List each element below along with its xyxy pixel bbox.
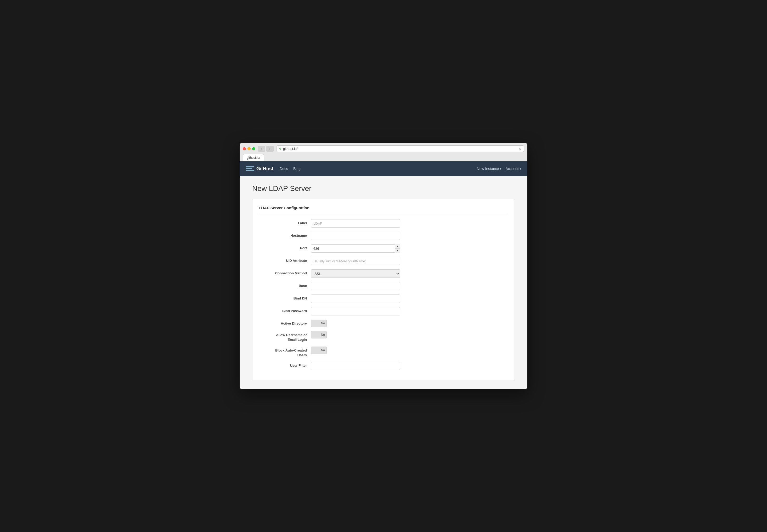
connection-method-field-group: Connection Method SSL TLS Plain	[259, 269, 508, 278]
back-button[interactable]: ‹	[258, 146, 265, 152]
new-instance-label: New Instance	[477, 167, 499, 171]
port-field-group: Port ▲ ▼	[259, 244, 508, 253]
block-auto-created-users-toggle[interactable]: No	[311, 347, 327, 354]
base-field-group: Base	[259, 282, 508, 290]
bind-password-field-label: Bind Password	[259, 307, 311, 313]
forward-button[interactable]: ›	[266, 146, 274, 152]
label-field-label: Label	[259, 219, 311, 225]
bind-dn-field-group: Bind DN	[259, 295, 508, 303]
form-card-title: LDAP Server Configuration	[259, 206, 508, 214]
active-tab[interactable]: githost.io/	[243, 154, 264, 161]
blog-link[interactable]: Blog	[293, 167, 301, 171]
bind-dn-field-label: Bind DN	[259, 295, 311, 301]
bind-password-field-group: Bind Password	[259, 307, 508, 315]
base-input[interactable]	[311, 282, 400, 290]
bind-dn-input[interactable]	[311, 295, 400, 303]
user-filter-input[interactable]	[311, 362, 400, 370]
hostname-input[interactable]	[311, 232, 400, 240]
uid-attribute-field-group: UID Attribute	[259, 257, 508, 265]
port-field-label: Port	[259, 244, 311, 251]
nav-buttons: ‹ ›	[258, 146, 274, 152]
logo-line-1	[246, 166, 254, 167]
bind-password-input[interactable]	[311, 307, 400, 315]
port-increment-button[interactable]: ▲	[395, 244, 400, 249]
account-dropdown-icon: ▾	[520, 167, 521, 170]
brand-name: GitHost	[256, 166, 273, 172]
allow-username-email-field-group: Allow Username orEmail Login No	[259, 331, 508, 342]
port-spinners: ▲ ▼	[395, 244, 400, 253]
port-input[interactable]	[311, 244, 400, 253]
logo-line-2	[246, 168, 252, 169]
hostname-field-label: Hostname	[259, 232, 311, 238]
traffic-lights	[243, 147, 255, 150]
githost-logo-icon	[246, 166, 254, 172]
label-field-group: Label	[259, 219, 508, 228]
uid-attribute-field-label: UID Attribute	[259, 257, 311, 263]
url-text: githost.io/	[283, 147, 298, 151]
navbar-links: Docs Blog	[280, 167, 477, 171]
refresh-icon[interactable]: ↻	[519, 147, 521, 151]
block-auto-created-users-field-group: Block Auto-CreatedUsers No	[259, 347, 508, 358]
browser-window: ‹ › ⊕ githost.io/ ↻ githost.io/ GitHost	[240, 143, 527, 389]
favicon-icon: ⊕	[279, 147, 281, 150]
connection-method-field-label: Connection Method	[259, 269, 311, 276]
active-directory-toggle[interactable]: No	[311, 320, 327, 327]
page-title: New LDAP Server	[252, 184, 515, 193]
navbar-brand: GitHost	[246, 166, 273, 172]
user-filter-field-label: User Filter	[259, 362, 311, 368]
active-directory-field-label: Active Directory	[259, 320, 311, 326]
docs-link[interactable]: Docs	[280, 167, 288, 171]
minimize-button[interactable]	[247, 147, 251, 150]
tab-bar: githost.io/	[243, 154, 524, 161]
active-directory-toggle-label: No	[321, 321, 325, 325]
page-content: New LDAP Server LDAP Server Configuratio…	[240, 176, 527, 389]
connection-method-select[interactable]: SSL TLS Plain	[311, 269, 400, 278]
block-auto-created-users-toggle-label: No	[321, 348, 325, 352]
allow-username-email-toggle-label: No	[321, 333, 325, 337]
base-field-label: Base	[259, 282, 311, 288]
account-button[interactable]: Account ▾	[505, 167, 521, 171]
block-auto-created-users-field-label: Block Auto-CreatedUsers	[259, 347, 311, 358]
allow-username-email-toggle[interactable]: No	[311, 331, 327, 338]
hostname-field-group: Hostname	[259, 232, 508, 240]
label-input[interactable]	[311, 219, 400, 228]
logo-line-3	[246, 170, 254, 171]
port-input-wrapper: ▲ ▼	[311, 244, 400, 253]
active-directory-field-group: Active Directory No	[259, 320, 508, 327]
address-bar[interactable]: ⊕ githost.io/ ↻	[276, 145, 524, 152]
close-button[interactable]	[243, 147, 246, 150]
maximize-button[interactable]	[252, 147, 255, 150]
app-navbar: GitHost Docs Blog New Instance ▾ Account…	[240, 161, 527, 176]
new-instance-button[interactable]: New Instance ▾	[477, 167, 501, 171]
uid-attribute-input[interactable]	[311, 257, 400, 265]
user-filter-field-group: User Filter	[259, 362, 508, 370]
navbar-actions: New Instance ▾ Account ▾	[477, 167, 521, 171]
account-label: Account	[505, 167, 519, 171]
allow-username-email-field-label: Allow Username orEmail Login	[259, 331, 311, 342]
browser-chrome: ‹ › ⊕ githost.io/ ↻ githost.io/	[240, 143, 527, 161]
port-decrement-button[interactable]: ▼	[395, 249, 400, 253]
form-card: LDAP Server Configuration Label Hostname…	[252, 199, 515, 381]
new-instance-dropdown-icon: ▾	[500, 167, 501, 170]
